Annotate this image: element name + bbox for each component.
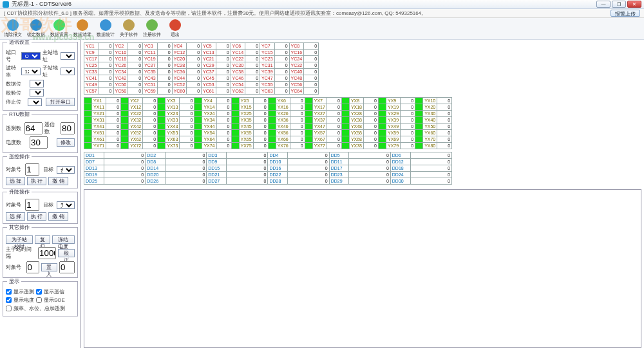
yc-value[interactable]: 0 xyxy=(99,43,113,50)
yx-key[interactable]: YX60 xyxy=(423,130,437,136)
yx-state[interactable] xyxy=(158,117,166,124)
yx-value[interactable]: 0 xyxy=(180,111,194,117)
dd-key[interactable]: DD24 xyxy=(390,172,410,178)
yx-state[interactable] xyxy=(268,104,276,111)
yc-value[interactable]: 0 xyxy=(245,82,260,88)
yc-value[interactable]: 0 xyxy=(157,43,172,50)
yx-value[interactable]: 0 xyxy=(180,124,194,130)
yx-state[interactable] xyxy=(379,130,386,136)
toolbar-item-1[interactable]: 锁定数据 xyxy=(27,19,45,38)
dd-key[interactable]: DD16 xyxy=(268,165,288,172)
yx-state[interactable] xyxy=(415,143,423,149)
yx-state[interactable] xyxy=(194,143,202,149)
yc-key[interactable]: YC62 xyxy=(231,88,245,95)
show-soe-check[interactable] xyxy=(36,297,42,303)
yc-value[interactable]: 0 xyxy=(157,50,172,56)
yc-value[interactable]: 0 xyxy=(304,43,319,50)
yc-value[interactable]: 0 xyxy=(304,88,319,95)
yx-key[interactable]: YX24 xyxy=(202,111,216,117)
yc-value[interactable]: 0 xyxy=(245,69,260,75)
yx-state[interactable] xyxy=(84,111,92,117)
yx-state[interactable] xyxy=(268,98,276,104)
yx-key[interactable]: YX17 xyxy=(312,104,327,111)
dd-value[interactable]: 0 xyxy=(165,159,206,165)
yc-key[interactable]: YC25 xyxy=(84,62,99,69)
yx-state[interactable] xyxy=(121,143,129,149)
yx-key[interactable]: YX79 xyxy=(386,143,401,149)
yx-key[interactable]: YX53 xyxy=(166,130,180,136)
yx-state[interactable] xyxy=(268,130,276,136)
yc-key[interactable]: YC61 xyxy=(202,88,216,95)
dd-key[interactable]: DD7 xyxy=(84,159,104,165)
yx-value[interactable]: 0 xyxy=(106,130,121,136)
dd-key[interactable]: DD19 xyxy=(84,172,104,178)
yx-state[interactable] xyxy=(158,143,166,149)
show-freq-check[interactable] xyxy=(6,306,12,311)
yx-key[interactable]: YX32 xyxy=(129,117,143,124)
yx-state[interactable] xyxy=(268,124,276,130)
yc-value[interactable]: 0 xyxy=(157,82,172,88)
yc-key[interactable]: YC52 xyxy=(172,82,187,88)
yx-key[interactable]: YX35 xyxy=(239,117,253,124)
yc-value[interactable]: 0 xyxy=(274,69,289,75)
yc-key[interactable]: YC43 xyxy=(143,75,158,82)
yx-key[interactable]: YX76 xyxy=(276,143,290,149)
yx-value[interactable]: 0 xyxy=(401,104,415,111)
yx-key[interactable]: YX71 xyxy=(92,143,106,149)
yc-key[interactable]: YC51 xyxy=(143,82,158,88)
dd-value[interactable]: 0 xyxy=(165,172,206,178)
yx-value[interactable]: 0 xyxy=(143,98,158,104)
yx-key[interactable]: YX58 xyxy=(349,130,363,136)
yc-key[interactable]: YC46 xyxy=(231,75,245,82)
yc-key[interactable]: YC32 xyxy=(289,62,304,69)
dd-value[interactable]: 0 xyxy=(227,159,268,165)
yc-value[interactable]: 0 xyxy=(216,62,231,69)
freeze-button[interactable]: 冻结电度 xyxy=(52,235,75,244)
yc-value[interactable]: 0 xyxy=(187,82,202,88)
dd-value[interactable]: 0 xyxy=(349,178,390,185)
yc-value[interactable]: 0 xyxy=(99,62,113,69)
yc-value[interactable]: 0 xyxy=(187,69,202,75)
yc-key[interactable]: YC31 xyxy=(260,62,275,69)
dd-value[interactable]: 0 xyxy=(349,152,390,159)
yx-value[interactable]: 0 xyxy=(364,117,379,124)
yx-state[interactable] xyxy=(305,117,312,124)
yx-key[interactable]: YX62 xyxy=(129,136,143,143)
yx-state[interactable] xyxy=(231,143,239,149)
yc-value[interactable]: 0 xyxy=(274,82,289,88)
main-addr-select[interactable]: 1 xyxy=(61,52,75,60)
yx-state[interactable] xyxy=(379,111,386,117)
toolbar-item-6[interactable]: 注册软件 xyxy=(143,19,161,38)
yc-value[interactable]: 0 xyxy=(274,88,289,95)
yc-value[interactable]: 0 xyxy=(216,50,231,56)
yx-state[interactable] xyxy=(415,130,423,136)
yx-state[interactable] xyxy=(305,143,312,149)
yx-value[interactable]: 0 xyxy=(253,111,268,117)
yx-key[interactable]: YX57 xyxy=(312,130,327,136)
show-yc-check[interactable] xyxy=(6,289,12,295)
yx-state[interactable] xyxy=(231,124,239,130)
dd-value[interactable]: 0 xyxy=(288,172,329,178)
yc-value[interactable]: 0 xyxy=(128,62,143,69)
yc-value[interactable]: 0 xyxy=(245,75,260,82)
yx-value[interactable]: 0 xyxy=(401,136,415,143)
yx-value[interactable]: 0 xyxy=(290,104,305,111)
yc-key[interactable]: YC2 xyxy=(113,43,128,50)
yx-state[interactable] xyxy=(231,130,239,136)
yx-state[interactable] xyxy=(341,98,349,104)
yx-state[interactable] xyxy=(231,98,239,104)
dd-key[interactable]: DD27 xyxy=(207,178,227,185)
yx-value[interactable]: 0 xyxy=(216,117,231,124)
toolbar-item-4[interactable]: 数据统计 xyxy=(97,19,115,38)
yx-key[interactable]: YX41 xyxy=(92,124,106,130)
yx-value[interactable]: 0 xyxy=(327,104,341,111)
yx-state[interactable] xyxy=(194,117,202,124)
yc-value[interactable]: 0 xyxy=(216,75,231,82)
yx-state[interactable] xyxy=(194,98,202,104)
yx-value[interactable]: 0 xyxy=(290,98,305,104)
yc-value[interactable]: 0 xyxy=(245,43,260,50)
dd-value[interactable]: 0 xyxy=(165,152,206,159)
dd-key[interactable]: DD3 xyxy=(207,152,227,159)
yx-value[interactable]: 0 xyxy=(401,111,415,117)
yc-value[interactable]: 0 xyxy=(99,56,113,62)
